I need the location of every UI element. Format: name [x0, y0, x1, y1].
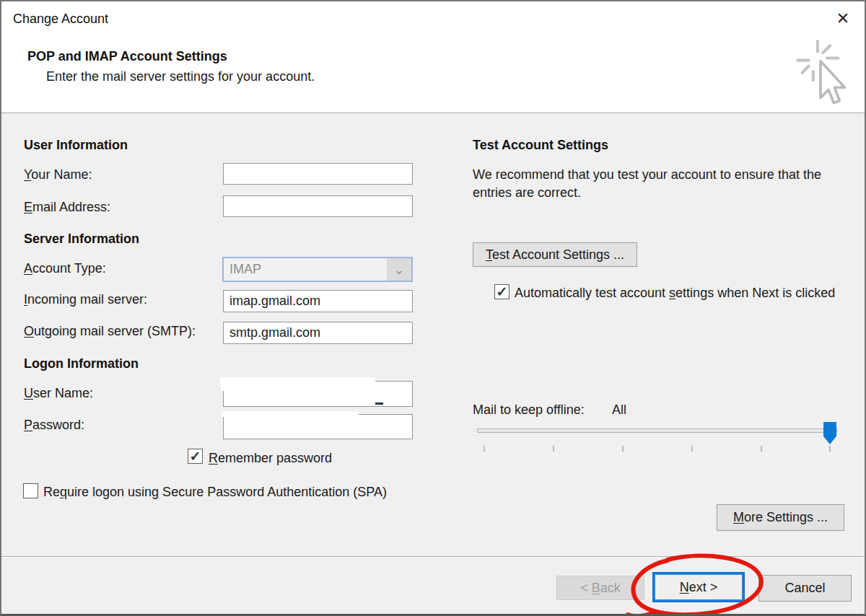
password-input[interactable]: [223, 414, 413, 439]
spa-label: Require logon using Secure Password Auth…: [43, 483, 408, 501]
dialog-header: Change Account ✕ POP and IMAP Account Se…: [1, 1, 865, 113]
offline-slider-handle[interactable]: [823, 422, 836, 444]
auto-test-checkbox[interactable]: ✓: [494, 284, 509, 299]
password-label: Password:: [24, 418, 84, 433]
chevron-down-icon: ⌄: [387, 258, 411, 281]
close-icon[interactable]: ✕: [831, 7, 854, 30]
your-name-input[interactable]: [223, 163, 413, 185]
remember-password-checkbox[interactable]: ✓: [188, 449, 203, 464]
email-address-label: Email Address:: [24, 200, 110, 215]
auto-test-label: Automatically test account settings when…: [515, 284, 836, 302]
test-account-settings-button[interactable]: Test Account Settings ...: [473, 242, 637, 267]
slider-tick: [691, 446, 693, 452]
slider-tick: [484, 446, 485, 452]
spa-checkbox[interactable]: [23, 483, 38, 498]
your-name-label: Your Name:: [24, 167, 92, 182]
change-account-dialog: Change Account ✕ POP and IMAP Account Se…: [0, 0, 866, 616]
redaction-patch: [220, 377, 375, 384]
slider-tick: [553, 446, 554, 452]
more-settings-button[interactable]: More Settings ...: [717, 504, 844, 531]
click-cursor-icon: [792, 38, 850, 113]
section-test-account: Test Account Settings: [473, 138, 608, 153]
section-logon-information: Logon Information: [24, 356, 139, 371]
outgoing-server-input[interactable]: [223, 322, 413, 344]
section-server-information: Server Information: [24, 232, 139, 247]
account-type-label: Account Type:: [24, 261, 106, 276]
incoming-server-label: Incoming mail server:: [24, 292, 147, 307]
account-type-select[interactable]: IMAP ⌄: [222, 257, 413, 282]
redaction-patch: [221, 379, 225, 391]
mail-offline-label: Mail to keep offline:: [473, 402, 585, 418]
email-address-input[interactable]: [223, 195, 413, 217]
user-name-label: User Name:: [24, 386, 93, 401]
slider-tick: [622, 446, 624, 452]
window-title: Change Account: [13, 12, 108, 27]
section-user-information: User Information: [24, 138, 128, 153]
redaction-dash: [375, 402, 383, 405]
cancel-button[interactable]: Cancel: [758, 575, 852, 602]
page-title: POP and IMAP Account Settings: [27, 49, 227, 64]
slider-tick: [829, 446, 831, 452]
page-subtitle: Enter the mail server settings for your …: [46, 69, 315, 84]
mail-offline-value: All: [612, 402, 626, 418]
next-button[interactable]: Next >: [652, 572, 745, 602]
offline-slider-track[interactable]: [477, 428, 837, 433]
outgoing-server-label: Outgoing mail server (SMTP):: [24, 324, 196, 339]
remember-password-label: Remember password: [209, 449, 332, 467]
redaction-patch: [222, 411, 359, 417]
back-button[interactable]: < Back: [556, 576, 644, 600]
account-type-value: IMAP: [224, 262, 387, 277]
slider-tick: [761, 446, 762, 452]
user-name-input[interactable]: [223, 381, 413, 407]
footer-divider: [1, 556, 865, 557]
test-account-description: We recommend that you test your account …: [473, 166, 854, 202]
incoming-server-input[interactable]: [223, 290, 413, 312]
